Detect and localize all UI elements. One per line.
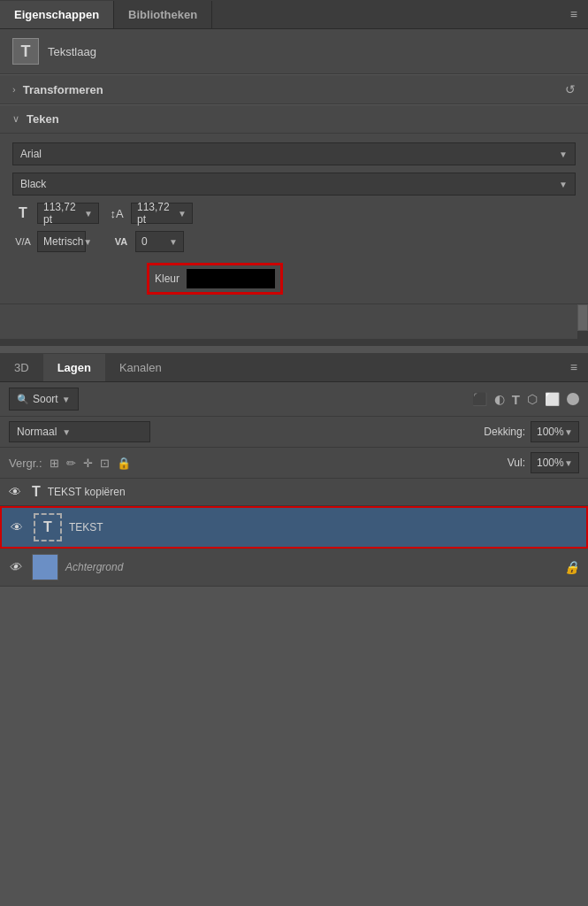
filter-smart-icon[interactable]: ⬜	[545, 392, 560, 406]
transformeren-toggle[interactable]: ›	[12, 84, 16, 95]
font-family-row: Arial ▼	[12, 142, 576, 165]
lagen-toolbar: 🔍 Soort ▼ ⬛ ◐ T ⬡ ⬜	[0, 382, 588, 417]
kerning-input[interactable]: 0 ▼	[135, 231, 184, 252]
tab-bibliotheken[interactable]: Bibliotheken	[114, 1, 212, 28]
tracking-dropdown[interactable]: Metrisch ▼	[37, 231, 86, 252]
tekst-thumb-wrapper: T	[34, 513, 62, 541]
tracking-icon: V/A	[12, 236, 34, 247]
eye-icon-tekst[interactable]: 👁	[11, 520, 27, 534]
scrollbar-thumb[interactable]	[577, 304, 588, 331]
filter-image-icon[interactable]: ⬛	[472, 392, 487, 406]
bottom-panel-tabs: 3D Lagen Kanalen ≡	[0, 353, 588, 382]
font-weight-arrow: ▼	[559, 180, 568, 189]
dekking-input[interactable]: 100% ▼	[531, 421, 579, 442]
transformeren-reset-icon[interactable]: ↺	[565, 82, 576, 96]
font-size-icon: T	[12, 205, 34, 221]
kerning-arrow: ▼	[169, 237, 178, 247]
kleur-label: Kleur	[155, 273, 179, 285]
vul-arrow: ▼	[564, 458, 573, 468]
layer-row-tekst-kopieren[interactable]: 👁 T TEKST kopiëren	[0, 479, 588, 506]
tab-lagen[interactable]: Lagen	[43, 354, 105, 381]
filter-adjustment-icon[interactable]: ◐	[494, 392, 505, 406]
leading-icon: ↕A	[106, 207, 127, 220]
kleur-swatch[interactable]	[187, 269, 275, 288]
layer-name-tekst: TEKST	[69, 521, 577, 534]
text-layer-icon: T	[12, 38, 39, 65]
scroll-area	[0, 303, 588, 339]
filter-icons: ⬛ ◐ T ⬡ ⬜	[472, 392, 579, 407]
transformeren-section-header[interactable]: › Transformeren ↺	[0, 74, 588, 104]
top-panel-menu-icon[interactable]: ≡	[560, 0, 588, 28]
font-family-arrow: ▼	[559, 150, 568, 159]
kleur-row: Kleur	[147, 263, 576, 295]
achtergrond-lock-icon: 🔒	[564, 560, 579, 574]
tab-3d[interactable]: 3D	[0, 354, 43, 381]
font-weight-dropdown[interactable]: Black ▼	[12, 173, 576, 196]
vergr-label: Vergr.:	[9, 457, 42, 470]
font-weight-value: Black	[20, 178, 46, 190]
tracking-value: Metrisch	[43, 235, 83, 248]
top-panel-tabs: Eigenschappen Bibliotheken ≡	[0, 0, 588, 29]
layer-type-header: T Tekstlaag	[0, 29, 588, 74]
vul-group: Vul: 100% ▼	[508, 452, 579, 473]
filter-toggle[interactable]	[567, 393, 579, 405]
vergr-grid-icon[interactable]: ⊞	[50, 457, 59, 470]
layer-type-label: Tekstlaag	[48, 45, 96, 58]
vul-value: 100%	[537, 457, 564, 469]
font-size-value-2: 113,72 pt	[137, 201, 178, 226]
eye-icon-tekst-kopieren[interactable]: 👁	[9, 485, 25, 499]
teken-title: Teken	[27, 112, 59, 126]
blend-row: Normaal ▼ Dekking: 100% ▼	[0, 417, 588, 448]
layer-name-tekst-kopieren: TEKST kopiëren	[48, 486, 579, 498]
filter-text-icon[interactable]: T	[512, 392, 520, 407]
bottom-panel-menu-icon[interactable]: ≡	[560, 353, 588, 381]
tab-eigenschappen[interactable]: Eigenschappen	[0, 1, 114, 28]
tracking-row: V/A Metrisch ▼ VA 0 ▼	[12, 231, 576, 252]
blend-arrow: ▼	[62, 427, 71, 437]
font-family-dropdown[interactable]: Arial ▼	[12, 142, 576, 165]
layer-row-achtergrond[interactable]: 👁 Achtergrond 🔒	[0, 549, 588, 587]
vul-input[interactable]: 100% ▼	[531, 452, 579, 473]
soort-arrow: ▼	[62, 395, 71, 404]
vergr-group: Vergr.: ⊞ ✏ ✛ ⊡ 🔒	[9, 457, 131, 470]
scrollbar-track[interactable]	[577, 304, 588, 339]
kerning-group: VA 0 ▼	[111, 231, 184, 252]
achtergrond-thumb	[32, 554, 58, 580]
font-size-arrow-1: ▼	[84, 209, 93, 219]
search-icon: 🔍	[17, 394, 29, 405]
vergr-brush-icon[interactable]: ✏	[66, 457, 76, 470]
tab-kanalen[interactable]: Kanalen	[105, 354, 176, 381]
font-size-arrow-2: ▼	[178, 209, 187, 219]
panel-separator	[0, 341, 588, 346]
blend-mode-dropdown[interactable]: Normaal ▼	[9, 421, 150, 442]
lagen-panel: 3D Lagen Kanalen ≡ 🔍 Soort ▼ ⬛ ◐ T ⬡ ⬜ N…	[0, 353, 588, 587]
font-family-value: Arial	[20, 148, 42, 160]
font-size-group-2: ↕A 113,72 pt ▼	[106, 203, 193, 224]
font-size-input-2[interactable]: 113,72 pt ▼	[131, 203, 193, 224]
vergr-move-icon[interactable]: ✛	[83, 457, 93, 470]
layer-row-tekst[interactable]: 👁 T TEKST	[0, 506, 588, 549]
font-size-value-1: 113,72 pt	[43, 201, 84, 226]
vergr-crop-icon[interactable]: ⊡	[100, 457, 110, 470]
vergr-lock-icon[interactable]: 🔒	[117, 457, 131, 470]
font-size-group-1: T 113,72 pt ▼	[12, 203, 99, 224]
blend-mode-value: Normaal	[17, 426, 57, 438]
teken-section-header[interactable]: ∨ Teken	[0, 104, 588, 134]
font-size-row: T 113,72 pt ▼ ↕A 113,72 pt ▼	[12, 203, 576, 224]
tracking-group: V/A Metrisch ▼	[12, 231, 86, 252]
dekking-label: Dekking:	[484, 426, 525, 438]
eye-icon-achtergrond[interactable]: 👁	[9, 560, 25, 574]
kleur-box[interactable]: Kleur	[147, 263, 283, 295]
dekking-group: Dekking: 100% ▼	[484, 421, 579, 442]
soort-dropdown[interactable]: 🔍 Soort ▼	[9, 388, 79, 411]
tracking-arrow: ▼	[83, 237, 92, 247]
vergr-row: Vergr.: ⊞ ✏ ✛ ⊡ 🔒 Vul: 100% ▼	[0, 448, 588, 479]
vul-label: Vul:	[508, 457, 525, 469]
filter-shape-icon[interactable]: ⬡	[527, 392, 538, 406]
kerning-value: 0	[141, 235, 148, 248]
kerning-icon: VA	[111, 236, 132, 247]
font-weight-row: Black ▼	[12, 173, 576, 196]
dekking-arrow: ▼	[564, 427, 573, 437]
teken-toggle[interactable]: ∨	[12, 113, 19, 125]
font-size-input-1[interactable]: 113,72 pt ▼	[37, 203, 99, 224]
